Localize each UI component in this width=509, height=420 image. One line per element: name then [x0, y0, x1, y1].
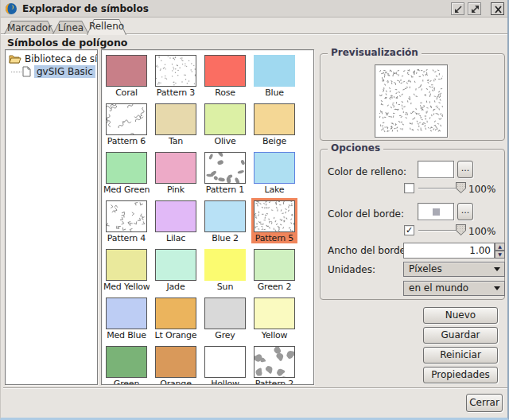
tab-marcador-label: Marcador [4, 22, 55, 33]
blobs-pattern-swatch [204, 152, 246, 184]
close-icon[interactable] [491, 2, 504, 15]
swatch-label: Tan [153, 136, 199, 146]
swatch-cell-pattern-4[interactable]: Pattern 4 [103, 198, 150, 243]
bigblobs-pattern-swatch [254, 346, 295, 378]
swatch-label: Med Green [103, 185, 150, 195]
swatch-cell-sun[interactable]: Sun [202, 247, 248, 292]
swatch-cell-pattern-1[interactable]: Pattern 1 [202, 150, 248, 195]
propiedades-button[interactable]: Propiedades [423, 367, 498, 383]
units-dropdown[interactable]: Píxeles [403, 262, 505, 277]
color-swatch [155, 346, 196, 378]
swatch-cell-pattern-3[interactable]: Pattern 3 [153, 52, 199, 98]
preview-group-title: Previsualización [328, 47, 422, 58]
window-title: Explorador de símbolos [22, 2, 153, 15]
color-swatch [204, 298, 246, 329]
swatch-cell-med-blue[interactable]: Med Blue [103, 295, 150, 340]
border-width-input[interactable]: 1.00 [403, 243, 495, 259]
border-color-swatch[interactable] [418, 203, 454, 220]
border-opacity-slider[interactable] [418, 224, 466, 236]
vine-pattern-swatch [106, 103, 147, 135]
swatch-cell-blue-2[interactable]: Blue 2 [202, 198, 248, 243]
color-swatch [204, 346, 246, 378]
page-title: Símbolos de polígono [7, 37, 127, 49]
border-color-more-button[interactable]: ... [457, 203, 473, 220]
tab-linea[interactable]: Línea [52, 21, 89, 34]
swatch-label: Orange [153, 379, 199, 385]
open-folder-icon [9, 53, 21, 64]
swatch-cell-lt-orange[interactable]: Lt Orange [153, 295, 199, 340]
swatch-cell-med-yellow[interactable]: Med Yellow [103, 247, 150, 292]
swatch-cell-pattern-2[interactable]: Pattern 2 [251, 344, 297, 385]
swatch-cell-blue[interactable]: Blue [251, 52, 297, 98]
tab-marcador[interactable]: Marcador [4, 21, 55, 34]
spinner-up-icon[interactable]: ▲ [495, 243, 505, 251]
swatch-cell-orange[interactable]: Orange [153, 344, 199, 385]
tree-item-biblioteca[interactable]: Biblioteca de sím [9, 53, 98, 64]
swatch-cell-beige[interactable]: Beige [251, 101, 297, 146]
swatch-cell-lake[interactable]: Lake [251, 150, 297, 195]
maximize-icon[interactable] [468, 2, 481, 15]
symbol-library-tree: Biblioteca de sím gvSIG Basic [5, 49, 98, 385]
swatch-label: Green 2 [251, 282, 297, 292]
slider-thumb[interactable] [456, 224, 466, 235]
tree-connector [11, 72, 21, 72]
spinner-down-icon[interactable]: ▼ [495, 251, 505, 259]
reiniciar-button[interactable]: Reiniciar [423, 347, 498, 364]
border-opacity-checkbox[interactable]: ✓ [404, 225, 414, 235]
tab-relleno[interactable]: Relleno [87, 19, 126, 35]
color-swatch [254, 298, 295, 329]
swatch-cell-tan[interactable]: Tan [153, 101, 199, 146]
color-swatch [204, 200, 246, 232]
units-reference-dropdown[interactable]: en el mundo [403, 281, 505, 296]
speckle-pattern-swatch [254, 200, 295, 232]
swatch-cell-olive[interactable]: Olive [202, 101, 248, 146]
swatch-cell-rose[interactable]: Rose [202, 52, 248, 98]
units-dropdown-value: Píxeles [409, 263, 442, 274]
swatch-cell-green-2[interactable]: Green 2 [251, 247, 297, 292]
chevron-down-icon [494, 286, 500, 290]
tree-item-gvsig-basic[interactable]: gvSIG Basic [22, 66, 95, 77]
swatch-cell-pink[interactable]: Pink [153, 150, 199, 195]
swatch-cell-jade[interactable]: Jade [153, 247, 199, 292]
swatch-label: Hollow [202, 379, 248, 385]
restore-down-icon[interactable] [451, 2, 464, 15]
gvsig-logo [5, 2, 17, 15]
swatch-label: Sun [202, 282, 248, 292]
slider-thumb[interactable] [456, 182, 466, 193]
titlebar[interactable]: Explorador de símbolos [1, 0, 507, 18]
color-swatch [106, 346, 147, 378]
tabstrip-divider-highlight [1, 34, 507, 35]
nuevo-button[interactable]: Nuevo [423, 307, 498, 324]
chevron-down-icon [494, 267, 500, 271]
units-reference-value: en el mundo [409, 282, 468, 294]
cerrar-button[interactable]: Cerrar [466, 394, 503, 412]
color-swatch [155, 249, 196, 281]
color-swatch [106, 298, 147, 329]
tree-item-gvsig-basic-label: gvSIG Basic [34, 65, 95, 78]
swatch-cell-pattern-5[interactable]: Pattern 5 [251, 198, 297, 243]
color-swatch [204, 55, 246, 87]
swatch-cell-med-green[interactable]: Med Green [103, 150, 150, 195]
swatch-cell-grey[interactable]: Grey [202, 295, 248, 340]
swatch-cell-hollow[interactable]: Hollow [202, 344, 248, 385]
swatch-cell-lilac[interactable]: Lilac [153, 198, 199, 243]
swatch-label: Green [103, 379, 150, 385]
dots-pattern-swatch [155, 55, 196, 87]
color-swatch [155, 152, 196, 184]
tree-item-biblioteca-label: Biblioteca de sím [25, 53, 98, 64]
fill-color-more-button[interactable]: ... [457, 161, 473, 178]
options-group-title: Opciones [328, 142, 383, 154]
swatch-cell-pattern-6[interactable]: Pattern 6 [103, 101, 150, 146]
swatch-cell-coral[interactable]: Coral [103, 52, 150, 98]
swatch-label: Pattern 2 [251, 379, 297, 385]
fill-opacity-slider[interactable] [418, 182, 466, 194]
fill-color-swatch[interactable] [418, 161, 454, 178]
swatch-cell-yellow[interactable]: Yellow [251, 295, 297, 340]
symbol-preview [375, 64, 448, 138]
options-group: Opciones Color de relleno: ... 100% Colo… [320, 149, 505, 300]
swatch-cell-green[interactable]: Green [103, 344, 150, 385]
guardar-button[interactable]: Guardar [423, 327, 498, 344]
swatch-label: Lt Orange [153, 330, 199, 340]
fill-opacity-checkbox[interactable] [404, 183, 414, 193]
color-swatch [155, 200, 196, 232]
